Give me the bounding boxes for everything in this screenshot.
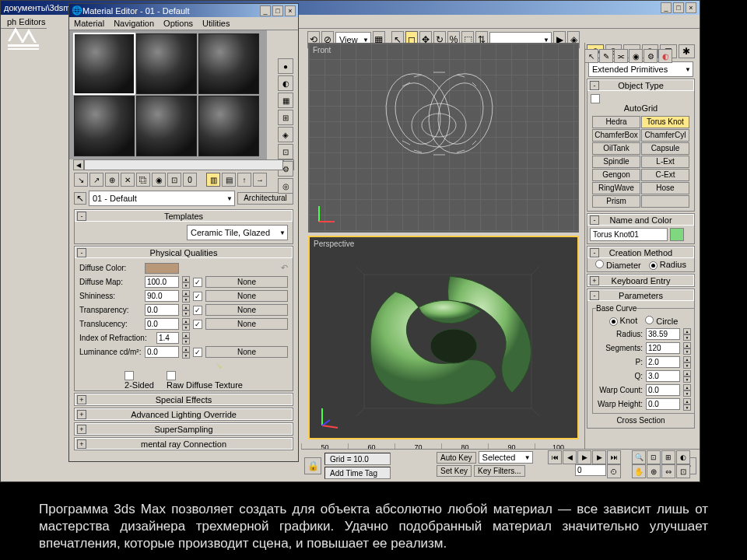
p-input[interactable] <box>646 356 680 368</box>
sample-type-icon[interactable]: ● <box>278 58 293 74</box>
scroll-left-icon[interactable]: ◀ <box>73 159 84 170</box>
oiltank-button[interactable]: OilTank <box>592 142 640 155</box>
translucency-input[interactable] <box>145 318 179 330</box>
template-dropdown[interactable]: Ceramic Tile, Glazed <box>187 225 288 240</box>
spinner[interactable]: ▲▼ <box>182 304 190 316</box>
show-result-icon[interactable]: ▤ <box>222 173 236 187</box>
diffuse-map-input[interactable] <box>145 276 179 288</box>
torus-knot-button[interactable]: Torus Knot <box>641 116 689 128</box>
lext-button[interactable]: L-Ext <box>641 156 689 168</box>
auto-key-button[interactable]: Auto Key <box>437 452 476 464</box>
spinner[interactable]: ▲▼ <box>683 370 691 382</box>
video-check-icon[interactable]: ◈ <box>278 127 293 142</box>
material-slot[interactable] <box>136 33 197 94</box>
spinner[interactable]: ▲▼ <box>683 384 691 396</box>
q-input[interactable] <box>646 370 680 382</box>
menu-navigation[interactable]: Navigation <box>114 19 154 28</box>
goto-start-icon[interactable]: ⏮ <box>548 450 562 464</box>
arrow-icon[interactable]: ↶ <box>281 263 288 273</box>
name-color-header[interactable]: -Name and Color <box>587 214 694 226</box>
get-material-icon[interactable]: ↘ <box>74 173 88 187</box>
put-library-icon[interactable]: ⊡ <box>167 173 181 187</box>
minimize-button[interactable]: _ <box>661 2 672 13</box>
scroll-track[interactable] <box>84 159 283 170</box>
warp-count-input[interactable] <box>646 384 680 396</box>
viewport-front[interactable]: Front <box>308 43 579 233</box>
frame-input[interactable] <box>575 464 606 476</box>
go-forward-icon[interactable]: → <box>253 173 267 187</box>
play-icon[interactable]: ▶ <box>577 450 591 464</box>
capsule-button[interactable]: Capsule <box>641 142 689 155</box>
ior-input[interactable] <box>156 332 179 344</box>
goto-end-icon[interactable]: ⏭ <box>607 450 621 464</box>
spinner[interactable]: ▲▼ <box>683 356 691 368</box>
time-config-icon[interactable]: ⏲ <box>607 464 621 478</box>
zoom-extents-icon[interactable]: ⊞ <box>661 450 675 464</box>
dolly-icon[interactable]: ⇔ <box>661 464 675 478</box>
special-effects-header[interactable]: +Special Effects <box>75 394 293 405</box>
transparency-input[interactable] <box>145 304 179 316</box>
hose-button[interactable]: Hose <box>641 182 689 194</box>
ringwave-button[interactable]: RingWave <box>592 182 640 194</box>
link-icon[interactable]: ⫘ <box>614 49 628 63</box>
transparency-checkbox[interactable]: ✓ <box>193 306 202 315</box>
luminance-map-button[interactable]: None <box>205 346 288 358</box>
pan-icon[interactable]: ✋ <box>632 464 646 478</box>
two-sided-checkbox[interactable]: 2-Sided <box>124 371 154 390</box>
creation-method-header[interactable]: -Creation Method <box>587 247 694 258</box>
spinner[interactable]: ▲▼ <box>683 342 691 354</box>
key-filters-button[interactable]: Key Filters... <box>474 465 525 477</box>
zoom-icon[interactable]: 🔍 <box>632 450 646 464</box>
arrow-icon[interactable]: ↖ <box>584 49 598 63</box>
diffuse-map-button[interactable]: None <box>205 276 288 288</box>
orbit-icon[interactable]: ⊕ <box>647 464 661 478</box>
add-time-tag[interactable]: Add Time Tag <box>324 467 391 479</box>
material-editor-title-bar[interactable]: 🌐 Material Editor - 01 - Default _ □ × <box>69 4 298 17</box>
pick-icon[interactable]: ↖ <box>74 192 86 205</box>
close-button[interactable]: × <box>285 5 296 16</box>
material-id-icon[interactable]: 0 <box>183 173 197 187</box>
prism-button[interactable]: Prism <box>592 195 640 208</box>
sample-uv-icon[interactable]: ⊞ <box>278 110 293 125</box>
object-color-swatch[interactable] <box>670 228 684 241</box>
transparency-map-button[interactable]: None <box>205 304 288 316</box>
go-parent-icon[interactable]: ↑ <box>237 173 251 187</box>
minimize-button[interactable]: _ <box>260 5 271 16</box>
lock-icon[interactable]: 🔒 <box>304 457 321 474</box>
chamfercyl-button[interactable]: ChamferCyl <box>641 129 689 142</box>
spinner[interactable]: ▲▼ <box>683 328 691 340</box>
diffuse-map-checkbox[interactable]: ✓ <box>193 278 202 287</box>
viewport-perspective[interactable]: Perspective <box>308 236 579 439</box>
supersampling-header[interactable]: +SuperSampling <box>75 423 293 435</box>
material-slot[interactable] <box>136 96 197 156</box>
spinner[interactable]: ▲▼ <box>182 290 190 302</box>
mental-ray-header[interactable]: +mental ray Connection <box>75 438 293 450</box>
menu-material[interactable]: Material <box>74 19 104 28</box>
material-slot[interactable] <box>198 96 259 156</box>
diffuse-color-swatch[interactable] <box>145 263 179 274</box>
put-to-scene-icon[interactable]: ↗ <box>89 173 103 187</box>
fov-icon[interactable]: ◐ <box>676 450 690 464</box>
systems-icon[interactable]: ✱ <box>679 44 696 58</box>
zoom-all-icon[interactable]: ⊡ <box>647 450 661 464</box>
knot-radio[interactable]: Knot <box>609 316 638 326</box>
make-preview-icon[interactable]: ⊡ <box>278 144 293 159</box>
luminance-checkbox[interactable]: ✓ <box>193 348 202 357</box>
menu-utilities[interactable]: Utilities <box>202 19 230 28</box>
radius-radio[interactable]: Radius <box>649 260 686 270</box>
luminance-input[interactable] <box>145 346 179 358</box>
make-unique-icon[interactable]: ◉ <box>152 173 166 187</box>
maximize-button[interactable]: □ <box>673 2 684 13</box>
keyboard-entry-header[interactable]: +Keyboard Entry <box>587 275 694 286</box>
cext-button[interactable]: C-Ext <box>641 169 689 181</box>
display-icon[interactable]: ◉ <box>629 49 643 63</box>
select-by-mat-icon[interactable]: ◎ <box>278 178 293 194</box>
brush-icon[interactable]: ✎ <box>599 49 613 63</box>
material-name-dropdown[interactable]: 01 - Default <box>89 191 235 206</box>
gengon-button[interactable]: Gengon <box>592 169 640 181</box>
chamferbox-button[interactable]: ChamferBox <box>592 129 640 142</box>
spindle-button[interactable]: Spindle <box>592 156 640 168</box>
eyedropper-icon[interactable]: ↘ <box>216 361 223 371</box>
raw-diffuse-checkbox[interactable]: Raw Diffuse Texture <box>167 371 243 390</box>
close-button[interactable]: × <box>686 2 696 13</box>
